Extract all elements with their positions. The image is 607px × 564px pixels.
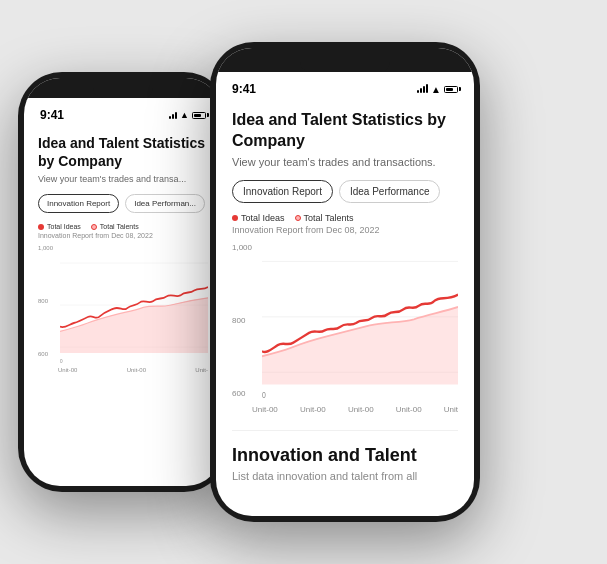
legend-back: Total Ideas Total Talents xyxy=(38,223,208,230)
content-front: Idea and Talent Statistics by Company Vi… xyxy=(216,100,474,516)
notch-front xyxy=(300,56,390,72)
content-back: Idea and Talent Statistics by Company Vi… xyxy=(24,126,222,486)
app-title-back: Idea and Talent Statistics by Company xyxy=(38,134,208,170)
tab-idea-back[interactable]: Idea Performan... xyxy=(125,194,205,213)
scene: 9:41 ▲ Idea and Talent Statistics by Com… xyxy=(0,0,607,564)
x-axis-front: Unit-00 Unit-00 Unit-00 Unit-00 Unit xyxy=(232,405,458,414)
legend-ideas-front: Total Ideas xyxy=(232,213,285,223)
time-front: 9:41 xyxy=(232,82,256,96)
bottom-section: Innovation and Talent List data innovati… xyxy=(232,430,458,482)
app-subtitle-back: View your team's trades and transa... xyxy=(38,174,208,184)
status-icons-front: ▲ xyxy=(417,84,458,95)
bottom-title: Innovation and Talent xyxy=(232,445,458,466)
dot-ideas-front xyxy=(232,215,238,221)
app-subtitle-front: View your team's trades and transactions… xyxy=(232,156,458,168)
chart-label-front: Innovation Report from Dec 08, 2022 xyxy=(232,225,458,235)
tab-innovation-front[interactable]: Innovation Report xyxy=(232,180,333,203)
app-title-front: Idea and Talent Statistics by Company xyxy=(232,110,458,152)
chart-label-back: Innovation Report from Dec 08, 2022 xyxy=(38,232,208,239)
time-back: 9:41 xyxy=(40,108,64,122)
chart-svg-back: 0 xyxy=(60,245,208,365)
wifi-icon-front: ▲ xyxy=(431,84,441,95)
bottom-subtitle: List data innovation and talent from all xyxy=(232,470,458,482)
svg-text:0: 0 xyxy=(262,390,266,400)
legend-front: Total Ideas Total Talents xyxy=(232,213,458,223)
tabs-back: Innovation Report Idea Performan... xyxy=(38,194,208,213)
chart-area-front: 1,000 800 600 xyxy=(232,243,458,414)
phone-front: 9:41 ▲ Idea and Talent Statistics xyxy=(210,42,480,522)
phone-back: 9:41 ▲ Idea and Talent Statistics by Com… xyxy=(18,72,228,492)
tab-innovation-back[interactable]: Innovation Report xyxy=(38,194,119,213)
battery-icon-front xyxy=(444,86,458,93)
dot-talents-back xyxy=(91,224,97,230)
x-axis-back: Unit-00 Unit-00 Unit- xyxy=(38,367,208,373)
notch-back xyxy=(93,86,153,98)
signal-icon-back xyxy=(169,111,177,119)
chart-area-back: 1,000 800 600 xyxy=(38,245,208,373)
chart-svg-front: 0 xyxy=(262,243,458,403)
tabs-front: Innovation Report Idea Performance xyxy=(232,180,458,203)
dot-talents-front xyxy=(295,215,301,221)
status-icons-back: ▲ xyxy=(169,110,206,120)
signal-icon-front xyxy=(417,85,428,93)
dot-ideas-back xyxy=(38,224,44,230)
tab-idea-front[interactable]: Idea Performance xyxy=(339,180,441,203)
status-bar-back: 9:41 ▲ xyxy=(24,98,222,126)
wifi-icon-back: ▲ xyxy=(180,110,189,120)
legend-talents-back: Total Talents xyxy=(91,223,139,230)
status-bar-front: 9:41 ▲ xyxy=(216,72,474,100)
legend-ideas-back: Total Ideas xyxy=(38,223,81,230)
battery-icon-back xyxy=(192,112,206,119)
legend-talents-front: Total Talents xyxy=(295,213,354,223)
svg-text:0: 0 xyxy=(60,357,63,364)
